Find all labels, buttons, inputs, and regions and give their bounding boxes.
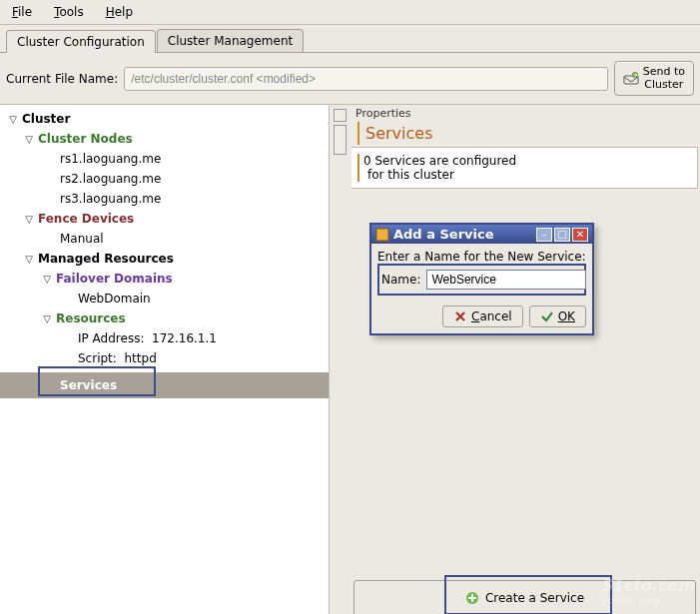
name-label: Name:	[381, 273, 420, 287]
tree-failover-domains[interactable]: ▽ Failover Domains	[4, 269, 329, 289]
dialog-title: Add a Service	[393, 227, 536, 242]
dialog-min-button[interactable]: –	[536, 228, 552, 242]
highlight-frame	[38, 366, 156, 396]
twisty-icon[interactable]: ▽	[40, 313, 54, 324]
tree-resources[interactable]: ▽ Resources	[4, 308, 329, 328]
cancel-icon	[453, 309, 467, 323]
properties-box: Services	[357, 122, 692, 145]
tree-fence-devices[interactable]: ▽ Fence Devices	[4, 209, 329, 229]
failover-domains-label: Failover Domains	[54, 272, 173, 286]
send-icon	[623, 71, 639, 87]
twisty-icon[interactable]: ▽	[6, 114, 20, 125]
cluster-nodes-label: Cluster Nodes	[36, 132, 133, 146]
cancel-text: ancel	[479, 309, 511, 323]
properties-body: 0 Services are configured for this clust…	[351, 147, 698, 189]
file-row: Current File Name: Send toCluster	[0, 53, 700, 104]
main-area: ▽ Cluster ▽ Cluster Nodes rs1.laoguang.m…	[0, 104, 700, 614]
svg-rect-2	[376, 229, 388, 241]
send-line1: Send to	[643, 65, 685, 78]
create-label: Create a Service	[485, 591, 584, 605]
tree-resource-ip[interactable]: IP Address: 172.16.1.1	[4, 328, 329, 348]
cluster-tree: ▽ Cluster ▽ Cluster Nodes rs1.laoguang.m…	[0, 105, 329, 368]
menu-tools[interactable]: Tools	[50, 3, 88, 21]
twisty-icon[interactable]: ▽	[22, 214, 36, 225]
dialog-close-button[interactable]: ✕	[572, 228, 588, 242]
file-name-input[interactable]	[124, 67, 608, 91]
sash-controls	[330, 105, 350, 614]
services-count-line1: 0 Services are configured	[363, 154, 691, 168]
menubar: File Tools Help	[0, 0, 700, 25]
twisty-icon[interactable]: ▽	[22, 254, 36, 265]
tree-node[interactable]: rs2.laoguang.me	[4, 169, 329, 189]
tree-cluster-nodes[interactable]: ▽ Cluster Nodes	[4, 129, 329, 149]
tree-node[interactable]: rs3.laoguang.me	[4, 189, 329, 209]
create-icon	[465, 591, 479, 605]
tree-services-selected[interactable]: Services	[0, 372, 329, 398]
fence-devices-label: Fence Devices	[36, 212, 134, 226]
dialog-icon	[375, 228, 389, 242]
tree-root[interactable]: ▽ Cluster	[4, 109, 329, 129]
tab-row: Cluster Configuration Cluster Management	[0, 25, 700, 53]
properties-pane: Properties Services 0 Services are confi…	[350, 105, 700, 614]
create-service-button[interactable]: Create a Service	[353, 580, 696, 614]
menu-help[interactable]: Help	[102, 3, 137, 21]
twisty-icon[interactable]: ▽	[40, 274, 54, 285]
dialog-max-button[interactable]: □	[554, 228, 570, 242]
properties-heading: Services	[359, 122, 692, 145]
menu-file[interactable]: File	[8, 3, 36, 21]
properties-title: Properties	[351, 105, 698, 122]
twisty-icon[interactable]: ▽	[22, 134, 36, 145]
tree-resource-script[interactable]: Script: httpd	[4, 348, 329, 368]
tree-node[interactable]: rs1.laoguang.me	[4, 149, 329, 169]
sash-handle[interactable]	[334, 125, 347, 155]
file-name-label: Current File Name:	[6, 72, 118, 86]
dialog-prompt: Enter a Name for the New Service:	[377, 250, 586, 264]
ok-button[interactable]: OK	[529, 306, 586, 327]
services-count-line2: for this cluster	[363, 168, 691, 182]
tree-failover-item[interactable]: WebDomain	[4, 289, 329, 308]
add-service-dialog: Add a Service – □ ✕ Enter a Name for the…	[369, 223, 594, 335]
tree-fence-item[interactable]: Manual	[4, 229, 329, 249]
send-to-cluster-button[interactable]: Send toCluster	[614, 61, 694, 96]
ok-icon	[540, 309, 554, 323]
ok-text: OK	[558, 309, 575, 323]
service-name-input[interactable]	[426, 270, 586, 290]
managed-resources-label: Managed Resources	[36, 252, 174, 266]
tab-cluster-management[interactable]: Cluster Management	[157, 29, 304, 52]
resources-label: Resources	[54, 311, 126, 325]
tree-root-label: Cluster	[20, 112, 70, 126]
tree-pane: ▽ Cluster ▽ Cluster Nodes rs1.laoguang.m…	[0, 105, 330, 614]
tab-cluster-configuration[interactable]: Cluster Configuration	[6, 30, 156, 53]
tree-managed-resources[interactable]: ▽ Managed Resources	[4, 249, 329, 269]
sash-up-button[interactable]	[334, 109, 347, 122]
cancel-button[interactable]: Cancel	[442, 306, 523, 327]
dialog-titlebar[interactable]: Add a Service – □ ✕	[371, 225, 592, 244]
send-line2: Cluster	[644, 78, 683, 91]
